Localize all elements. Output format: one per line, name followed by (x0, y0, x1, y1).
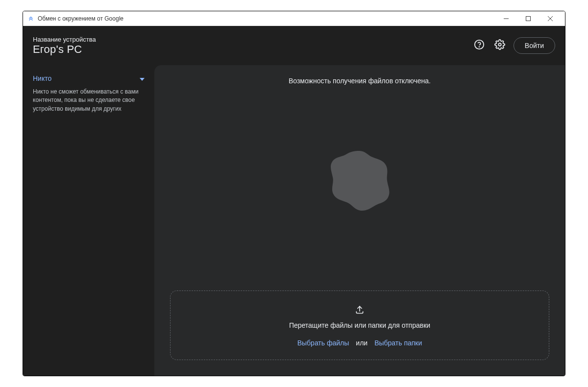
maximize-button[interactable] (517, 11, 539, 26)
placeholder-graphic-container (166, 70, 553, 290)
help-button[interactable] (472, 39, 486, 52)
svg-point-5 (479, 47, 479, 47)
svg-rect-1 (526, 16, 530, 21)
device-info: Название устройства Егор's PC (33, 36, 472, 56)
caret-down-icon (140, 74, 145, 83)
gear-icon (494, 39, 505, 52)
select-folders-link[interactable]: Выбрать папки (374, 339, 422, 347)
window-title: Обмен с окружением от Google (38, 15, 495, 22)
visibility-value: Никто (33, 74, 51, 82)
app-icon (27, 15, 35, 23)
drop-text: Перетащите файлы или папки для отправки (289, 321, 430, 329)
app-body: Название устройства Егор's PC (23, 26, 565, 376)
main-panel: Возможность получения файлов отключена. (154, 65, 565, 376)
device-label: Название устройства (33, 36, 472, 43)
titlebar[interactable]: Обмен с окружением от Google (23, 11, 565, 26)
visibility-dropdown[interactable]: Никто (33, 72, 145, 88)
app-window: Обмен с окружением от Google Название ус… (23, 11, 565, 376)
device-name: Егор's PC (33, 43, 472, 56)
upload-icon (355, 305, 365, 316)
svg-point-6 (498, 43, 501, 46)
drop-actions: Выбрать файлы или Выбрать папки (297, 339, 422, 347)
visibility-description: Никто не сможет обмениваться с вами конт… (33, 88, 145, 113)
window-controls (495, 11, 561, 26)
signin-button[interactable]: Войти (514, 37, 555, 54)
minimize-button[interactable] (495, 11, 517, 26)
or-label: или (356, 339, 368, 347)
select-files-link[interactable]: Выбрать файлы (297, 339, 349, 347)
sidebar: Никто Никто не сможет обмениваться с вам… (23, 65, 154, 376)
close-button[interactable] (539, 11, 561, 26)
help-icon (474, 39, 485, 52)
header-actions: Войти (472, 37, 555, 54)
drop-zone[interactable]: Перетащите файлы или папки для отправки … (170, 290, 549, 360)
content: Никто Никто не сможет обмениваться с вам… (23, 65, 565, 376)
settings-button[interactable] (493, 39, 507, 52)
header: Название устройства Егор's PC (23, 26, 565, 65)
blob-icon (323, 144, 396, 217)
